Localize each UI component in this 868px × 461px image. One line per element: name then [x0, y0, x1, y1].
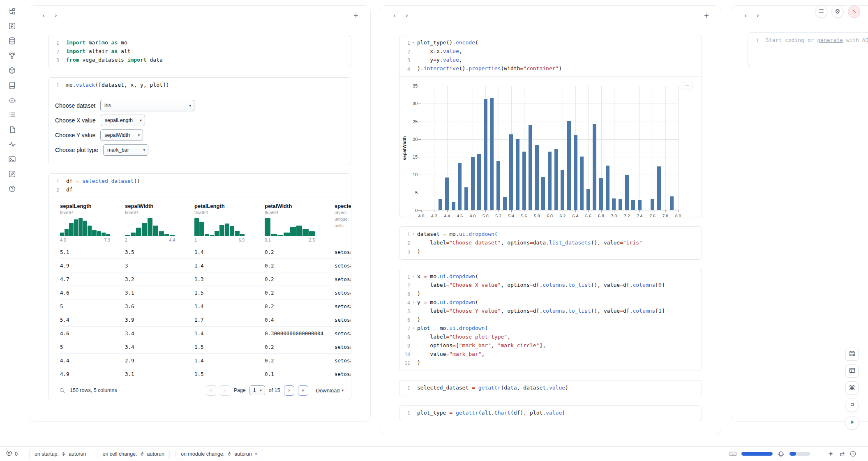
layout-icon	[849, 367, 856, 376]
packages-icon[interactable]	[5, 66, 19, 75]
column-scroll-right-button[interactable]: ›	[51, 10, 61, 21]
y-axis-title: sepalWidth	[402, 86, 407, 210]
column-scroll-left-button[interactable]: ‹	[740, 10, 751, 21]
x-axis-tick-label: 5.6	[518, 214, 530, 217]
chart-bar	[586, 189, 590, 210]
next-page-button[interactable]: ›	[284, 385, 294, 396]
notebook-close-button[interactable]	[848, 5, 860, 18]
table-cell: 5	[60, 340, 125, 354]
file-explorer-icon[interactable]	[5, 7, 19, 16]
chip-prefix: on module change:	[181, 451, 224, 457]
table-search-button[interactable]	[59, 387, 65, 394]
line-number: 1	[748, 36, 759, 45]
altair-chart[interactable]: 051015202530354.04.24.44.64.85.05.25.45.…	[421, 86, 678, 210]
dataset-select[interactable]: iris▾	[100, 100, 194, 111]
outline-icon[interactable]	[5, 110, 19, 119]
errors-indicator[interactable]: 0	[6, 450, 18, 458]
x-axis-tick-label: 5.8	[531, 214, 543, 217]
documentation-icon[interactable]	[5, 81, 19, 90]
add-cell-button[interactable]: +	[701, 10, 712, 21]
chart-menu-button[interactable]: ⋯	[682, 81, 693, 90]
table-cell: 1.5	[194, 340, 265, 354]
code-editor[interactable]: 1selected_dataset = getattr(data, datase…	[399, 380, 702, 396]
dependency-graph-icon[interactable]	[5, 51, 19, 60]
download-button[interactable]: Download ▾	[316, 387, 344, 394]
memory-usage-bar	[741, 452, 773, 456]
fold-toggle-icon[interactable]: ▾	[410, 324, 417, 333]
column-scroll-left-button[interactable]: ‹	[38, 10, 49, 21]
cpu-icon[interactable]	[778, 450, 785, 457]
plot-type-select[interactable]: mark_bar▾	[103, 144, 148, 156]
fold-toggle-icon[interactable]: ▾	[410, 39, 417, 47]
add-cell-button[interactable]: +	[351, 10, 361, 21]
data-sources-icon[interactable]	[5, 36, 19, 45]
code-editor[interactable]: 1▾x = mo.ui.dropdown(2 label="Choose X v…	[399, 269, 702, 371]
code-editor[interactable]: 1 Start coding or generate with AI.	[748, 33, 868, 66]
interrupt-button[interactable]	[845, 398, 859, 412]
column-histogram[interactable]	[125, 218, 175, 236]
first-page-button[interactable]: «	[206, 385, 216, 396]
keyboard-icon[interactable]	[729, 450, 736, 457]
code-editor[interactable]: 1plot_type = getattr(alt.Chart(df), plot…	[399, 406, 702, 421]
last-page-button[interactable]: »	[298, 385, 308, 396]
column-scroll-right-button[interactable]: ›	[402, 10, 412, 21]
table-cell: 0.2	[265, 340, 335, 354]
column-histogram[interactable]	[194, 218, 245, 236]
previous-page-button[interactable]: ‹	[220, 385, 230, 396]
keyboard-shortcuts-button[interactable]: ⌘	[845, 381, 859, 394]
cell-output: sepalLengthfloat644.37.9sepalWidthfloat6…	[48, 198, 351, 400]
column-header-petalLength[interactable]: petalLengthfloat6416.9	[194, 201, 265, 245]
fold-toggle-icon[interactable]: ▾	[410, 272, 417, 281]
fold-toggle-icon[interactable]: ▾	[410, 230, 417, 239]
logs-icon[interactable]	[5, 140, 19, 149]
on-module-change-chip[interactable]: on module change:autorun▾	[175, 449, 262, 459]
y-value-select[interactable]: sepalWidth▾	[100, 129, 143, 141]
help-icon[interactable]	[5, 184, 19, 193]
generate-with-ai-link[interactable]: generate	[817, 37, 843, 43]
run-all-button[interactable]	[845, 416, 859, 430]
notebook-settings-button[interactable]: ⚙	[831, 5, 844, 18]
ai-sparkle-icon[interactable]	[827, 450, 834, 457]
settings-gear-icon: ⚙	[835, 8, 840, 15]
line-number: 3	[399, 247, 410, 256]
snippets-icon[interactable]	[5, 125, 19, 134]
swap-arrows-icon[interactable]: ⇄	[839, 450, 845, 458]
notebook-menu-button[interactable]	[815, 5, 827, 18]
scratchpad-icon[interactable]	[5, 169, 19, 178]
variables-icon[interactable]	[5, 21, 19, 30]
table-row: 5.13.51.40.2setosa	[60, 245, 351, 259]
on-startup-chip[interactable]: on startup:autorun	[29, 449, 91, 459]
column-header-petalWidth[interactable]: petalWidthfloat640.12.5	[265, 201, 335, 245]
x-axis-tick-label: 6.8	[595, 214, 607, 217]
column-histogram[interactable]	[60, 218, 110, 236]
app-layout-button[interactable]	[845, 364, 859, 378]
y-axis-tick-label: 30	[409, 101, 418, 106]
x-axis-tick-label: 4.4	[441, 214, 453, 217]
history-clock-icon[interactable]	[850, 450, 856, 457]
code-editor[interactable]: 1mo.vstack([dataset, x, y, plot])	[48, 78, 351, 93]
column-header-species[interactable]: speciesobjectunique:nulls:	[335, 201, 351, 245]
x-value-select[interactable]: sepalLength▾	[101, 115, 145, 126]
terminal-icon[interactable]	[5, 154, 19, 164]
code-editor[interactable]: 1import marimo as mo2import altair as al…	[48, 35, 351, 68]
ai-chat-icon[interactable]	[5, 95, 19, 104]
column-histogram[interactable]	[265, 218, 315, 236]
code-editor[interactable]: 1▾plot_type().encode(2 x=x.value,3 y=y.v…	[399, 35, 702, 76]
page-select[interactable]: 1 ▾	[249, 385, 265, 395]
code-editor[interactable]: 1▾dataset = mo.ui.dropdown(2 label="Choo…	[399, 227, 702, 259]
chart-bar	[670, 196, 674, 210]
column-header-sepalWidth[interactable]: sepalWidthfloat6424.4	[125, 201, 194, 245]
save-button[interactable]	[845, 348, 859, 361]
table-cell: 0.1	[265, 367, 335, 381]
column-scroll-left-button[interactable]: ‹	[389, 10, 400, 21]
column-scroll-right-button[interactable]: ›	[753, 10, 763, 21]
table-cell: 1.4	[194, 245, 265, 259]
column-header-sepalLength[interactable]: sepalLengthfloat644.37.9	[60, 201, 125, 245]
table-cell: 1.5	[194, 286, 265, 300]
x-axis-tick-label: 5.0	[479, 214, 492, 217]
on-cell-change-chip[interactable]: on cell change:autorun	[97, 449, 170, 459]
table-row: 4.73.21.30.2setosa	[60, 272, 351, 286]
code-editor[interactable]: 1df = selected_dataset()2df	[48, 174, 351, 198]
dropdown-label: Choose X value	[55, 117, 96, 124]
fold-toggle-icon[interactable]: ▾	[410, 298, 417, 307]
